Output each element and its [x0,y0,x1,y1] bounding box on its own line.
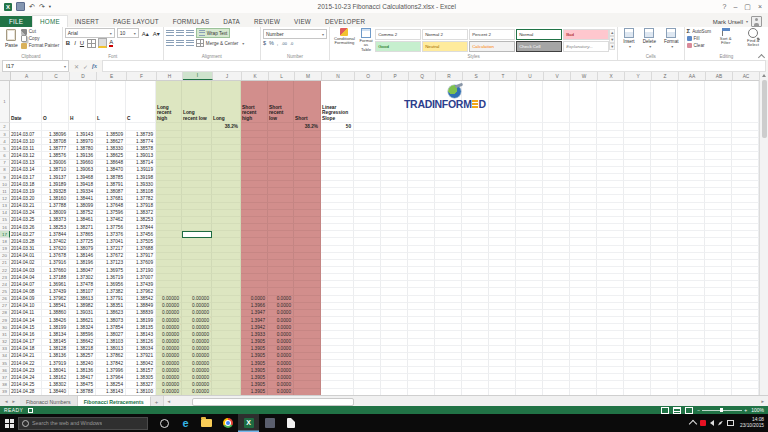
cell[interactable] [543,310,570,317]
cell[interactable] [268,138,294,145]
cell[interactable]: 2014.04.21 [10,353,42,360]
cell[interactable] [516,160,543,167]
cell[interactable] [354,81,381,123]
cell[interactable] [354,317,381,324]
cell[interactable]: 1.38126 [126,339,156,346]
cell[interactable] [321,296,354,303]
cell[interactable] [435,353,462,360]
cell[interactable]: 2014.04.16 [10,331,42,338]
cell[interactable] [321,374,354,381]
cell[interactable] [516,274,543,281]
cell[interactable] [651,367,678,374]
cell[interactable]: 1.37921 [126,353,156,360]
cell[interactable]: 1.38199 [42,324,69,331]
cell[interactable] [624,167,651,174]
cell[interactable]: 2014.04.25 [10,381,42,388]
cell[interactable] [156,145,182,152]
cell[interactable] [381,331,408,338]
font-color-icon[interactable]: A [109,39,113,47]
cell[interactable] [268,160,294,167]
cell[interactable] [732,203,759,210]
cell[interactable] [435,246,462,253]
cell[interactable] [354,231,381,238]
cell[interactable] [408,181,435,188]
cell[interactable]: 1.37791 [96,296,126,303]
column-header-L[interactable]: L [269,72,295,80]
cell[interactable] [435,188,462,195]
close-button[interactable]: × [758,3,762,10]
font-family-dropdown[interactable]: Arial▾ [65,28,115,38]
cell[interactable] [732,131,759,138]
cell[interactable] [354,374,381,381]
cell[interactable] [570,367,597,374]
cell[interactable] [543,253,570,260]
cell[interactable]: 1.38128 [42,346,69,353]
cell[interactable] [705,303,732,310]
cell[interactable] [321,267,354,274]
cell[interactable]: 1.38253 [126,217,156,224]
cell[interactable] [570,324,597,331]
cell[interactable] [705,296,732,303]
cell[interactable] [705,381,732,388]
zoom-slider[interactable]: − + [697,407,747,413]
cell[interactable]: 1.38047 [69,267,96,274]
row-header-13[interactable]: 13 [0,203,10,210]
cell[interactable] [651,353,678,360]
start-button[interactable] [0,414,18,432]
cell[interactable] [435,203,462,210]
cell[interactable]: 0.0000 [268,331,294,338]
cell[interactable] [516,203,543,210]
cell[interactable]: 2014.03.13 [10,160,42,167]
cell[interactable] [462,131,489,138]
cell[interactable] [516,210,543,217]
column-header-V[interactable]: V [544,72,571,80]
row-header-2[interactable]: 2 [0,123,10,131]
cell[interactable]: 1.38271 [69,224,96,231]
cell[interactable] [182,274,212,281]
cell[interactable]: 1.38157 [126,367,156,374]
cell[interactable] [435,160,462,167]
style-chip-explanatory-[interactable]: Explanatory... [563,41,609,52]
cell[interactable] [321,317,354,324]
cell[interactable] [435,224,462,231]
cell[interactable]: 1.39468 [69,174,96,181]
cell[interactable] [570,203,597,210]
cell[interactable]: 1.38970 [69,138,96,145]
cell[interactable] [212,195,241,202]
cell[interactable] [156,253,182,260]
row-header-9[interactable]: 9 [0,174,10,181]
cell[interactable] [543,288,570,295]
cell[interactable] [354,238,381,245]
column-header-I[interactable]: I [183,72,213,80]
cell[interactable] [381,188,408,195]
cell[interactable]: 1.37620 [42,246,69,253]
tab-nav-right-icon[interactable]: ► [11,399,15,404]
align-middle-icon[interactable] [176,30,184,36]
cell[interactable] [489,296,516,303]
cell[interactable] [624,331,651,338]
cell[interactable] [543,195,570,202]
cell[interactable] [321,310,354,317]
cell[interactable] [435,274,462,281]
italic-button[interactable]: I [73,40,77,46]
cell[interactable] [705,374,732,381]
cell[interactable] [156,152,182,159]
cell[interactable]: 1.38146 [69,253,96,260]
cell[interactable]: 0.00000 [156,296,182,303]
cell[interactable] [435,145,462,152]
cell[interactable] [381,288,408,295]
cell[interactable] [705,224,732,231]
cell[interactable] [597,253,624,260]
font-size-dropdown[interactable]: 10▾ [117,28,139,38]
cell[interactable] [624,188,651,195]
cell[interactable] [516,317,543,324]
cell[interactable] [624,374,651,381]
cell[interactable] [408,138,435,145]
cell[interactable] [678,353,705,360]
cell[interactable]: 0.0000 [268,324,294,331]
cell[interactable] [294,267,321,274]
cell[interactable]: 1.37962 [42,296,69,303]
align-right-icon[interactable] [186,40,194,46]
cell[interactable] [241,246,268,253]
cell[interactable] [354,367,381,374]
